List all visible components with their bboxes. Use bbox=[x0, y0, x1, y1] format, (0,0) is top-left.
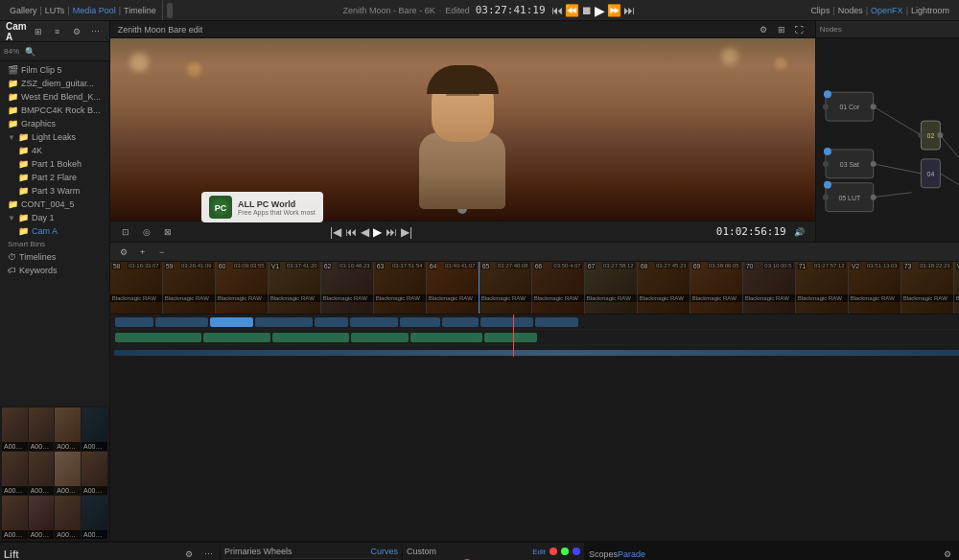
tree-item-4k[interactable]: 📁 4K bbox=[0, 144, 109, 157]
segment-10[interactable] bbox=[535, 317, 578, 327]
audio-segment-6[interactable] bbox=[484, 333, 537, 342]
prev-clip-btn[interactable]: ⏮ bbox=[345, 225, 357, 239]
audio-segment-2[interactable] bbox=[203, 333, 270, 342]
timeline-clip-4[interactable]: 62 03:16:46:23 Blackmagic RAW bbox=[321, 262, 374, 314]
audio-segment-4[interactable] bbox=[351, 333, 409, 342]
scopes-settings-btn[interactable]: ⚙ bbox=[940, 547, 955, 560]
timeline-clip-7[interactable]: 65 03:27:40:08 Blackmagic RAW bbox=[480, 262, 532, 314]
tree-item-filmclip[interactable]: 🎬 Film Clip 5 bbox=[0, 63, 109, 77]
wheel-more-btn[interactable]: ⋯ bbox=[200, 547, 216, 560]
edit-btn[interactable]: Edit bbox=[532, 548, 546, 556]
tree-item-lightleaks[interactable]: ▼ 📁 Light Leaks bbox=[0, 130, 109, 144]
scopes-type[interactable]: Parade bbox=[618, 549, 645, 559]
tree-item-cont[interactable]: 📁 CONT_004_5 bbox=[0, 198, 109, 211]
segment-5[interactable] bbox=[315, 317, 348, 327]
timeline-clip-11[interactable]: 69 03:38:06:05 Blackmagic RAW bbox=[690, 262, 743, 314]
timeline-clip-2[interactable]: 60 03:09:03:55 Blackmagic RAW bbox=[216, 262, 269, 314]
segment-4[interactable] bbox=[255, 317, 313, 327]
step-fwd-btn[interactable]: ⏩ bbox=[607, 4, 621, 17]
tree-item-day1[interactable]: ▼ 📁 Day 1 bbox=[0, 211, 109, 224]
next-clip-btn[interactable]: ⏭ bbox=[386, 225, 397, 239]
timeline-clip-10[interactable]: 68 03:27:45:23 Blackmagic RAW bbox=[638, 262, 690, 314]
audio-segment-5[interactable] bbox=[410, 333, 482, 342]
thumb-5[interactable]: A006_0624B53_C... bbox=[29, 452, 55, 495]
timeline-zoom-in-btn[interactable]: + bbox=[135, 245, 151, 260]
timeline-clip-3[interactable]: V1 03:37:41:20 Blackmagic RAW bbox=[269, 262, 321, 314]
thumb-3[interactable]: A006_0624C3_C... bbox=[82, 408, 107, 451]
timeline-top-tab[interactable]: Timeline bbox=[124, 6, 156, 15]
tree-item-zsz[interactable]: 📁 ZSZ_diem_guitar... bbox=[0, 77, 109, 90]
wheel-settings-btn[interactable]: ⚙ bbox=[181, 547, 197, 560]
audio-btn[interactable]: 🔊 bbox=[792, 224, 807, 240]
skip-fwd-btn[interactable]: ⏭ bbox=[623, 4, 635, 17]
tree-item-westend[interactable]: 📁 West End Blend_K... bbox=[0, 90, 109, 104]
timeline-clip-14[interactable]: V2 03:51:13:03 Blackmagic RAW bbox=[849, 262, 901, 314]
gallery-tab[interactable]: Gallery bbox=[10, 6, 37, 15]
segment-9[interactable] bbox=[480, 317, 533, 327]
nodes-tab[interactable]: Nodes bbox=[838, 6, 863, 15]
step-back-btn[interactable]: ⏪ bbox=[565, 4, 579, 17]
timeline-clip-0[interactable]: 58 03:16:33:07 Blackmagic RAW bbox=[110, 262, 163, 314]
safe-area-btn[interactable]: ⊡ bbox=[118, 224, 133, 240]
tree-item-part3[interactable]: 📁 Part 3 Warm bbox=[0, 184, 109, 198]
audio-segment-1[interactable] bbox=[115, 333, 201, 342]
tree-item-cama[interactable]: 📁 Cam A bbox=[0, 224, 109, 238]
timeline-clip-8[interactable]: 66 03:50:4:07 Blackmagic RAW bbox=[532, 262, 585, 314]
overlay-btn[interactable]: ◎ bbox=[139, 224, 154, 240]
openfx-tab[interactable]: OpenFX bbox=[871, 6, 903, 15]
viewer-zoom-btn[interactable]: ⊞ bbox=[774, 22, 789, 37]
timeline-clip-13[interactable]: 71 03:27:57:12 Blackmagic RAW bbox=[796, 262, 849, 314]
segment-7[interactable] bbox=[400, 317, 440, 327]
viewer-fullscreen-btn[interactable]: ⛶ bbox=[792, 22, 807, 37]
thumb-6[interactable]: A001_0624B53_C... bbox=[55, 452, 81, 495]
timeline-clip-16[interactable]: V3 03:27:23:17 Blackmagic RAW bbox=[954, 262, 959, 314]
thumb-2[interactable]: A006_0624C3_C... bbox=[55, 408, 81, 451]
skip-back-btn[interactable]: ⏮ bbox=[551, 4, 563, 17]
thumb-11[interactable]: A006_0624B53_C... bbox=[82, 496, 107, 539]
curves-label[interactable]: Curves bbox=[370, 547, 398, 556]
tree-item-timelines[interactable]: ⏱ Timelines bbox=[0, 250, 109, 264]
lightroom-tab[interactable]: Lightroom bbox=[911, 6, 949, 15]
stop-btn[interactable]: ⏹ bbox=[581, 4, 593, 17]
search-icon[interactable]: 🔍 bbox=[22, 44, 37, 59]
segment-6[interactable] bbox=[350, 317, 398, 327]
luts-tab[interactable]: LUTs bbox=[45, 6, 65, 15]
timeline-clip-1[interactable]: 59 03:26:41:09 Blackmagic RAW bbox=[163, 262, 216, 314]
go-end-btn[interactable]: ▶| bbox=[401, 225, 412, 239]
thumb-0[interactable]: A006_0624B53_C... bbox=[2, 408, 28, 451]
tree-item-part1[interactable]: 📁 Part 1 Bokeh bbox=[0, 157, 109, 171]
tree-item-part2[interactable]: 📁 Part 2 Flare bbox=[0, 171, 109, 184]
node-canvas[interactable]: 01 Cor 02 03 Sat 04 bbox=[816, 38, 959, 242]
clips-tab[interactable]: Clips bbox=[810, 6, 830, 15]
tree-item-keywords[interactable]: 🏷 Keywords bbox=[0, 264, 109, 277]
thumb-1[interactable]: A006_0624B53_C... bbox=[29, 408, 55, 451]
list-view-btn[interactable]: ≡ bbox=[50, 24, 65, 39]
thumb-8[interactable]: A006_0624B53_C... bbox=[2, 496, 28, 539]
viewer-settings-btn[interactable]: ⚙ bbox=[756, 22, 771, 37]
thumb-4[interactable]: A006_0624B53_C... bbox=[2, 452, 28, 495]
timeline-settings-btn[interactable]: ⚙ bbox=[116, 245, 131, 260]
segment-2[interactable] bbox=[155, 317, 208, 327]
play-reverse-btn[interactable]: ◀ bbox=[361, 225, 369, 239]
thumb-9[interactable]: A006_0624B53_C... bbox=[29, 496, 55, 539]
timeline-clip-9[interactable]: 67 03:27:58:12 Blackmagic RAW bbox=[585, 262, 638, 314]
settings-btn[interactable]: ⚙ bbox=[69, 24, 84, 39]
timeline-clip-6[interactable]: 64 03:40:41:07 Blackmagic RAW bbox=[427, 262, 480, 314]
panel-resize-handle[interactable] bbox=[167, 3, 173, 18]
thumb-10[interactable]: A006_0624B53_C... bbox=[55, 496, 81, 539]
segment-1[interactable] bbox=[115, 317, 153, 327]
timeline-clip-5[interactable]: 63 03:37:51:54 Blackmagic RAW bbox=[374, 262, 427, 314]
zoom-fit-btn[interactable]: ⊠ bbox=[160, 224, 175, 240]
play-fwd-btn[interactable]: ▶ bbox=[373, 225, 382, 239]
segment-3[interactable] bbox=[210, 317, 253, 327]
thumb-7[interactable]: A006_0624B53_C... bbox=[82, 452, 107, 495]
go-start-btn[interactable]: |◀ bbox=[330, 225, 341, 239]
media-pool-tab[interactable]: Media Pool bbox=[73, 6, 116, 15]
tree-item-graphics[interactable]: 📁 Graphics bbox=[0, 117, 109, 130]
timeline-clip-12[interactable]: 70 03:10:00:5 Blackmagic RAW bbox=[743, 262, 796, 314]
grid-view-btn[interactable]: ⊞ bbox=[31, 24, 46, 39]
segment-8[interactable] bbox=[442, 317, 479, 327]
more-btn[interactable]: ⋯ bbox=[88, 24, 104, 39]
tree-item-bmpcc[interactable]: 📁 BMPCC4K Rock B... bbox=[0, 104, 109, 117]
audio-segment-3[interactable] bbox=[272, 333, 349, 342]
